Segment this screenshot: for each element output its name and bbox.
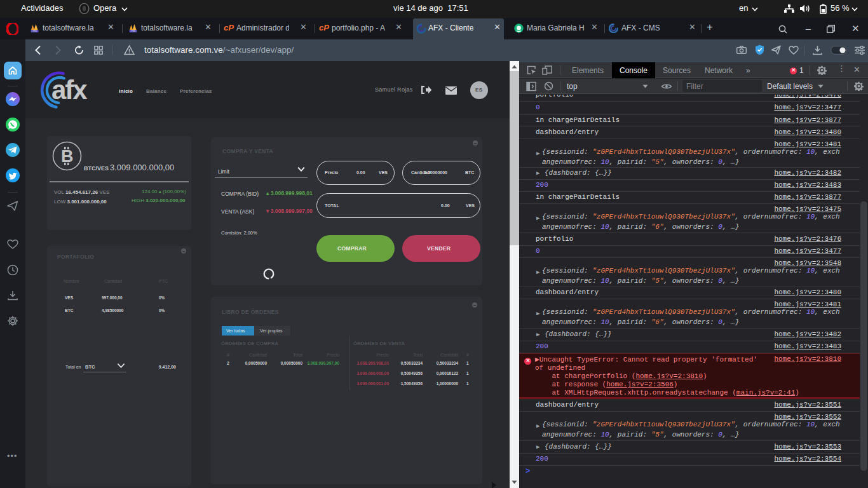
svg-text:PMI: PMI	[131, 30, 135, 32]
svg-text:PMI: PMI	[32, 30, 36, 32]
svg-text:afx: afx	[51, 75, 88, 105]
svg-text:B: B	[61, 147, 74, 166]
svg-text:afx: afx	[419, 27, 425, 31]
